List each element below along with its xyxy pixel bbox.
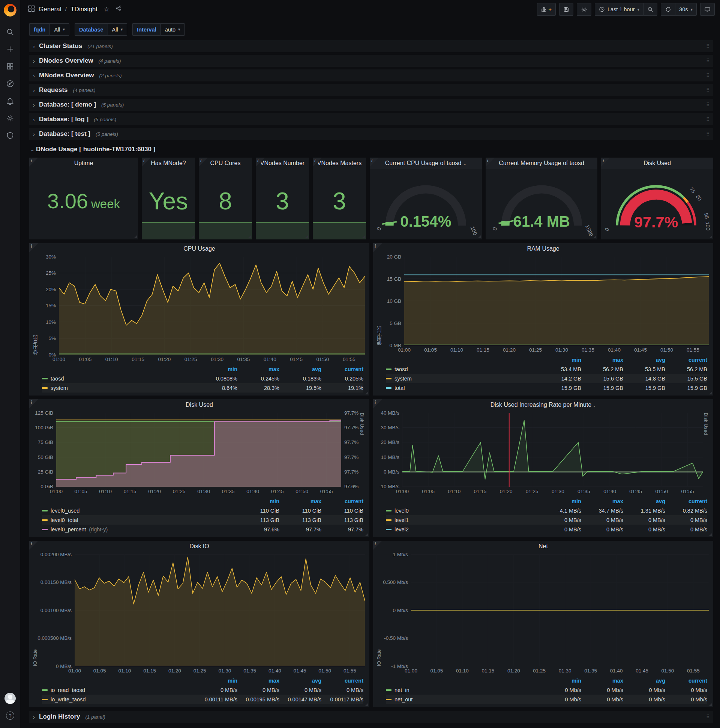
legend-col-min[interactable]: min: [539, 678, 581, 684]
plot-area[interactable]: 01:0001:0501:1001:1501:2001:2501:3001:35…: [404, 257, 709, 345]
legend-series-name[interactable]: level0_percent(right-y): [42, 526, 237, 532]
row-drag-handle[interactable]: ⠿: [706, 43, 709, 49]
panel-info-icon[interactable]: i: [29, 541, 38, 550]
legend-col-current[interactable]: current: [665, 357, 707, 363]
legend-col-current[interactable]: current: [665, 678, 707, 684]
panel-info-icon[interactable]: i: [486, 158, 495, 167]
row-dnode-usage[interactable]: ⌄ DNode Usage [ huolinhe-TM1701:6030 ]: [29, 142, 713, 156]
panel-title[interactable]: Disk Used: [601, 158, 713, 169]
panel-info-icon[interactable]: i: [199, 158, 208, 167]
plot-area[interactable]: 01:0001:0501:1001:1501:2001:2501:3001:35…: [56, 413, 341, 487]
legend-col-avg[interactable]: avg: [279, 366, 321, 372]
variable-value-dropdown[interactable]: All▾: [49, 23, 69, 36]
panel-title[interactable]: Net: [373, 541, 713, 552]
admin-shield-icon[interactable]: [0, 127, 20, 144]
legend-series-name[interactable]: io_read_taosd: [42, 687, 195, 693]
dashboard-row-collapsed[interactable]: ›Database: [ log ](5 panels)⠿: [29, 113, 713, 125]
panel-title[interactable]: Disk Used Increasing Rate per Minute ⌄: [373, 399, 713, 410]
panel-title[interactable]: CPU Usage: [29, 243, 369, 254]
cycle-view-mode-button[interactable]: [700, 3, 715, 16]
row-drag-handle[interactable]: ⠿: [706, 714, 709, 720]
row-drag-handle[interactable]: ⠿: [706, 72, 709, 78]
panel-info-icon[interactable]: i: [29, 158, 38, 167]
variable-label[interactable]: Interval: [133, 23, 160, 36]
panel-info-icon[interactable]: i: [29, 243, 38, 252]
panel-title[interactable]: Uptime: [29, 158, 138, 169]
dashboard-row-collapsed[interactable]: ›MNodes Overview(2 panels)⠿: [29, 69, 713, 81]
panel-info-icon[interactable]: i: [373, 541, 382, 550]
panel-title[interactable]: Current CPU Usage of taosd ⌄: [370, 158, 482, 169]
row-drag-handle[interactable]: ⠿: [706, 102, 709, 108]
plot-area[interactable]: 01:0001:0501:1001:1501:2001:2501:3001:35…: [411, 554, 709, 666]
dashboard-row-collapsed[interactable]: ›Requests(4 panels)⠿: [29, 84, 713, 96]
plot-area[interactable]: 01:0001:0501:1001:1501:2001:2501:3001:35…: [59, 257, 365, 355]
row-drag-handle[interactable]: ⠿: [706, 131, 709, 137]
variable-Database[interactable]: DatabaseAll▾: [75, 23, 127, 36]
variable-label[interactable]: Database: [75, 23, 107, 36]
dashboard-row-collapsed[interactable]: ›Database: [ test ](5 panels)⠿: [29, 128, 713, 140]
time-range-picker[interactable]: Last 1 hour ▾: [595, 3, 643, 16]
legend-series-name[interactable]: level1: [386, 517, 539, 523]
grafana-logo[interactable]: [4, 4, 17, 17]
legend-series-name[interactable]: taosd: [386, 366, 539, 372]
legend-series-name[interactable]: taosd: [42, 376, 195, 382]
dashboard-row-collapsed[interactable]: ›DNodes Overview(4 panels)⠿: [29, 55, 713, 67]
legend-col-current[interactable]: current: [321, 499, 363, 504]
legend-series-name[interactable]: level0_used: [42, 508, 237, 514]
user-avatar[interactable]: [0, 690, 20, 707]
panel-info-icon[interactable]: i: [142, 158, 151, 167]
help-icon[interactable]: ?: [0, 707, 20, 724]
legend-col-max[interactable]: max: [581, 357, 623, 363]
refresh-button[interactable]: [661, 3, 675, 16]
row-drag-handle[interactable]: ⠿: [706, 116, 709, 122]
zoom-out-time-button[interactable]: [643, 3, 657, 16]
dashboard-row-collapsed[interactable]: ›Cluster Status(21 panels)⠿: [29, 40, 713, 52]
variable-value-dropdown[interactable]: All▾: [108, 23, 128, 36]
panel-menu-chevron-icon[interactable]: ⌄: [463, 161, 467, 166]
legend-col-max[interactable]: max: [279, 499, 321, 504]
legend-series-name[interactable]: level2: [386, 526, 539, 532]
legend-col-avg[interactable]: avg: [623, 678, 665, 684]
legend-series-name[interactable]: net_out: [386, 696, 539, 702]
explore-compass-icon[interactable]: [0, 75, 20, 92]
row-drag-handle[interactable]: ⠿: [706, 87, 709, 93]
panel-title[interactable]: Disk Used: [29, 399, 369, 410]
panel-title[interactable]: Current Memory Usage of taosd: [486, 158, 598, 169]
legend-series-name[interactable]: level0: [386, 508, 539, 514]
add-panel-button[interactable]: +: [537, 3, 556, 16]
row-login-history[interactable]: › Login History (1 panel) ⠿: [29, 711, 713, 723]
save-dashboard-button[interactable]: [559, 3, 574, 16]
dashboard-row-collapsed[interactable]: ›Database: [ demo ](5 panels)⠿: [29, 99, 713, 111]
legend-col-min[interactable]: min: [539, 499, 581, 504]
legend-series-name[interactable]: system: [42, 385, 195, 391]
panel-title[interactable]: RAM Usage: [373, 243, 713, 254]
variable-label[interactable]: fqdn: [29, 23, 49, 36]
star-icon[interactable]: ☆: [104, 5, 110, 14]
legend-col-max[interactable]: max: [237, 678, 279, 684]
legend-col-avg[interactable]: avg: [623, 357, 665, 363]
panel-info-icon[interactable]: i: [313, 158, 322, 167]
row-drag-handle[interactable]: ⠿: [706, 58, 709, 64]
plot-area[interactable]: 01:0001:0501:1001:1501:2001:2501:3001:35…: [75, 554, 365, 666]
legend-series-name[interactable]: io_write_taosd: [42, 696, 195, 702]
dashboard-settings-button[interactable]: [577, 3, 591, 16]
legend-col-max[interactable]: max: [581, 678, 623, 684]
alerting-bell-icon[interactable]: [0, 92, 20, 110]
configuration-gear-icon[interactable]: [0, 110, 20, 127]
legend-col-current[interactable]: current: [321, 678, 363, 684]
variable-Interval[interactable]: Intervalauto▾: [133, 23, 185, 36]
legend-col-min[interactable]: min: [195, 678, 237, 684]
panel-info-icon[interactable]: i: [373, 399, 382, 408]
legend-series-name[interactable]: system: [386, 376, 539, 382]
panel-menu-chevron-icon[interactable]: ⌄: [591, 403, 596, 408]
share-icon[interactable]: [116, 5, 122, 14]
search-icon[interactable]: [0, 23, 20, 41]
dashboards-icon[interactable]: [0, 58, 20, 75]
variable-value-dropdown[interactable]: auto▾: [160, 23, 185, 36]
legend-col-avg[interactable]: avg: [623, 499, 665, 504]
legend-col-max[interactable]: max: [581, 499, 623, 504]
legend-col-min[interactable]: min: [539, 357, 581, 363]
breadcrumb-section[interactable]: General: [39, 6, 61, 13]
legend-series-name[interactable]: total: [386, 385, 539, 391]
legend-col-current[interactable]: current: [665, 499, 707, 504]
